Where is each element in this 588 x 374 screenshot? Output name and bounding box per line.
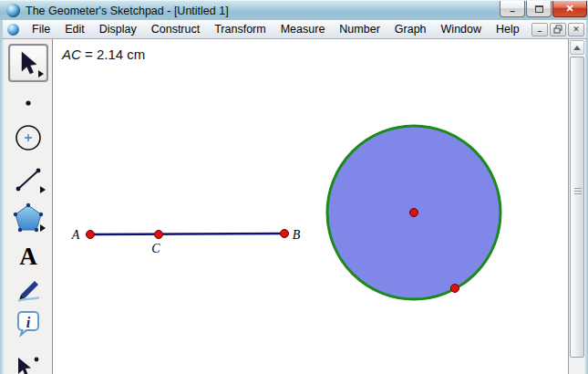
menu-item-display[interactable]: Display bbox=[92, 21, 144, 37]
polygon-tool[interactable] bbox=[8, 202, 48, 234]
mdi-window-controls: – ✕ bbox=[530, 23, 584, 36]
menu-item-edit[interactable]: Edit bbox=[57, 21, 92, 37]
measurement-value: = 2.14 cm bbox=[81, 47, 145, 62]
menubar: FileEditDisplayConstructTransformMeasure… bbox=[0, 20, 588, 39]
point-C[interactable] bbox=[155, 231, 163, 239]
menu-item-file[interactable]: File bbox=[25, 21, 57, 37]
flyout-arrow-icon bbox=[40, 186, 46, 193]
maximize-icon bbox=[535, 5, 543, 13]
menu-item-transform[interactable]: Transform bbox=[207, 21, 273, 37]
compass-tool[interactable] bbox=[8, 121, 48, 154]
point-tool[interactable] bbox=[8, 87, 48, 119]
mdi-minimize-button[interactable]: – bbox=[531, 23, 548, 36]
flyout-arrow-icon bbox=[38, 70, 44, 78]
straightedge-tool[interactable] bbox=[8, 163, 48, 196]
text-tool[interactable]: A bbox=[8, 240, 48, 273]
window-title: The Geometer's Sketchpad - [Untitled 1] bbox=[26, 1, 229, 21]
mdi-restore-button[interactable] bbox=[550, 23, 566, 36]
svg-text:i: i bbox=[26, 315, 31, 330]
vertical-scrollbar[interactable] bbox=[568, 39, 585, 374]
menu-item-number[interactable]: Number bbox=[332, 21, 387, 37]
mdi-restore-icon bbox=[553, 25, 562, 34]
scroll-up-button[interactable] bbox=[570, 40, 584, 55]
marker-tool[interactable] bbox=[8, 273, 48, 306]
scrollbar-thumb[interactable] bbox=[570, 57, 584, 358]
scroll-up-icon bbox=[573, 46, 581, 50]
marker-icon bbox=[13, 275, 44, 304]
close-icon: ✕ bbox=[565, 3, 573, 15]
menu-items: FileEditDisplayConstructTransformMeasure… bbox=[25, 21, 527, 37]
measurement-text[interactable]: AC = 2.14 cm bbox=[62, 47, 145, 62]
toolbox: A i bbox=[5, 39, 53, 374]
compass-icon bbox=[14, 123, 43, 152]
point-label-A[interactable]: A bbox=[71, 228, 80, 242]
menu-item-window[interactable]: Window bbox=[434, 21, 489, 37]
minimize-icon: – bbox=[510, 6, 515, 16]
document-icon[interactable] bbox=[7, 24, 19, 36]
menu-item-measure[interactable]: Measure bbox=[273, 21, 333, 37]
segment-AB[interactable] bbox=[90, 234, 284, 234]
straightedge-icon bbox=[13, 165, 44, 194]
flyout-arrow-icon bbox=[40, 224, 46, 232]
point-A[interactable] bbox=[87, 231, 95, 239]
app-window: The Geometer's Sketchpad - [Untitled 1] … bbox=[0, 0, 588, 374]
mdi-close-button[interactable]: ✕ bbox=[568, 23, 584, 36]
measurement-label: AC bbox=[62, 47, 81, 62]
geometry-layer: ACB bbox=[53, 39, 568, 374]
sketch-canvas[interactable]: ACB AC = 2.14 cm bbox=[53, 39, 568, 374]
window-controls: – ✕ bbox=[500, 1, 588, 17]
information-icon: i bbox=[14, 308, 43, 339]
menu-item-graph[interactable]: Graph bbox=[387, 21, 434, 37]
point-label-C[interactable]: C bbox=[151, 242, 160, 255]
point-icon bbox=[23, 98, 34, 109]
custom-tool-icon bbox=[13, 356, 44, 374]
sketchpad-app-icon bbox=[6, 4, 20, 17]
selection-arrow-tool[interactable] bbox=[8, 44, 48, 82]
minimize-button[interactable]: – bbox=[500, 1, 525, 17]
point-3[interactable] bbox=[410, 209, 418, 217]
maximize-button[interactable] bbox=[526, 1, 552, 17]
menu-item-construct[interactable]: Construct bbox=[144, 21, 208, 37]
menu-item-help[interactable]: Help bbox=[489, 21, 527, 37]
mdi-close-icon: ✕ bbox=[573, 25, 580, 34]
mdi-minimize-icon: – bbox=[537, 26, 542, 36]
information-tool[interactable]: i bbox=[8, 307, 48, 340]
titlebar[interactable]: The Geometer's Sketchpad - [Untitled 1] … bbox=[0, 0, 588, 20]
text-tool-icon: A bbox=[19, 244, 37, 269]
close-button[interactable]: ✕ bbox=[552, 1, 587, 17]
point-label-B[interactable]: B bbox=[293, 228, 301, 242]
scrollbar-grip bbox=[574, 188, 582, 196]
point-B[interactable] bbox=[281, 230, 289, 238]
custom-tool[interactable] bbox=[8, 353, 48, 374]
point-4[interactable] bbox=[451, 285, 459, 293]
